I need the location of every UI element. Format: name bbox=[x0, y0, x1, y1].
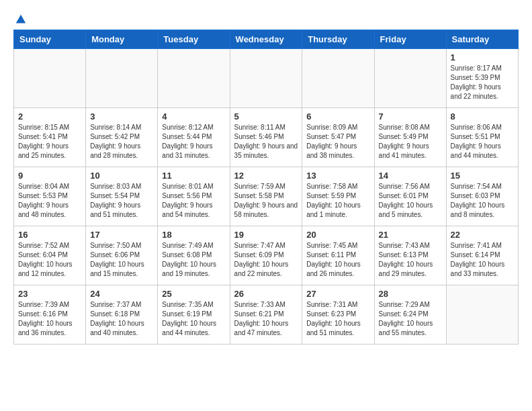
header-tuesday: Tuesday bbox=[158, 30, 230, 49]
header-thursday: Thursday bbox=[302, 30, 374, 49]
header-sunday: Sunday bbox=[14, 30, 86, 49]
day-cell: 9Sunrise: 8:04 AM Sunset: 5:53 PM Daylig… bbox=[14, 167, 86, 226]
day-cell bbox=[302, 49, 374, 108]
week-row-1: 1Sunrise: 8:17 AM Sunset: 5:39 PM Daylig… bbox=[14, 49, 519, 108]
day-info: Sunrise: 8:01 AM Sunset: 5:56 PM Dayligh… bbox=[162, 182, 225, 220]
day-cell bbox=[158, 49, 230, 108]
page-header bbox=[13, 13, 519, 23]
day-number: 8 bbox=[451, 111, 514, 122]
day-cell: 8Sunrise: 8:06 AM Sunset: 5:51 PM Daylig… bbox=[446, 108, 518, 167]
day-info: Sunrise: 7:56 AM Sunset: 6:01 PM Dayligh… bbox=[379, 182, 442, 220]
svg-marker-0 bbox=[16, 15, 26, 24]
day-cell bbox=[446, 285, 518, 345]
day-number: 13 bbox=[306, 171, 369, 181]
day-number: 21 bbox=[379, 230, 442, 240]
day-number: 19 bbox=[234, 230, 298, 240]
day-number: 23 bbox=[18, 289, 81, 299]
day-info: Sunrise: 7:33 AM Sunset: 6:21 PM Dayligh… bbox=[234, 300, 298, 338]
day-cell: 3Sunrise: 8:14 AM Sunset: 5:42 PM Daylig… bbox=[86, 108, 158, 167]
day-cell: 25Sunrise: 7:35 AM Sunset: 6:19 PM Dayli… bbox=[158, 285, 230, 345]
day-info: Sunrise: 7:52 AM Sunset: 6:04 PM Dayligh… bbox=[18, 241, 81, 279]
day-number: 1 bbox=[451, 52, 514, 62]
day-info: Sunrise: 7:39 AM Sunset: 6:16 PM Dayligh… bbox=[18, 300, 81, 338]
day-info: Sunrise: 8:04 AM Sunset: 5:53 PM Dayligh… bbox=[18, 182, 81, 220]
day-cell: 6Sunrise: 8:09 AM Sunset: 5:47 PM Daylig… bbox=[302, 108, 374, 167]
day-number: 15 bbox=[451, 171, 514, 181]
day-number: 11 bbox=[162, 171, 225, 181]
day-number: 26 bbox=[234, 289, 298, 299]
header-friday: Friday bbox=[374, 30, 446, 49]
day-cell: 1Sunrise: 8:17 AM Sunset: 5:39 PM Daylig… bbox=[446, 49, 518, 108]
day-number: 22 bbox=[451, 230, 514, 240]
week-row-3: 9Sunrise: 8:04 AM Sunset: 5:53 PM Daylig… bbox=[14, 167, 519, 226]
day-number: 20 bbox=[306, 230, 369, 240]
day-number: 9 bbox=[18, 171, 81, 181]
day-number: 5 bbox=[234, 111, 298, 122]
day-number: 7 bbox=[379, 111, 442, 122]
day-cell: 27Sunrise: 7:31 AM Sunset: 6:23 PM Dayli… bbox=[302, 285, 374, 345]
day-cell: 2Sunrise: 8:15 AM Sunset: 5:41 PM Daylig… bbox=[14, 108, 86, 167]
day-cell: 4Sunrise: 8:12 AM Sunset: 5:44 PM Daylig… bbox=[158, 108, 230, 167]
day-info: Sunrise: 8:12 AM Sunset: 5:44 PM Dayligh… bbox=[162, 123, 225, 161]
day-info: Sunrise: 7:50 AM Sunset: 6:06 PM Dayligh… bbox=[90, 241, 153, 279]
day-number: 16 bbox=[18, 230, 81, 240]
day-cell: 23Sunrise: 7:39 AM Sunset: 6:16 PM Dayli… bbox=[14, 285, 86, 345]
week-row-2: 2Sunrise: 8:15 AM Sunset: 5:41 PM Daylig… bbox=[14, 108, 519, 167]
day-cell: 24Sunrise: 7:37 AM Sunset: 6:18 PM Dayli… bbox=[86, 285, 158, 345]
day-info: Sunrise: 8:03 AM Sunset: 5:54 PM Dayligh… bbox=[90, 182, 153, 220]
day-cell: 20Sunrise: 7:45 AM Sunset: 6:11 PM Dayli… bbox=[302, 226, 374, 285]
day-info: Sunrise: 8:17 AM Sunset: 5:39 PM Dayligh… bbox=[451, 64, 514, 101]
day-info: Sunrise: 7:29 AM Sunset: 6:24 PM Dayligh… bbox=[379, 300, 442, 338]
day-number: 24 bbox=[90, 289, 153, 299]
header-wednesday: Wednesday bbox=[230, 30, 302, 49]
logo bbox=[13, 13, 27, 23]
day-info: Sunrise: 7:45 AM Sunset: 6:11 PM Dayligh… bbox=[306, 241, 369, 279]
header-monday: Monday bbox=[86, 30, 158, 49]
day-number: 12 bbox=[234, 171, 298, 181]
week-row-4: 16Sunrise: 7:52 AM Sunset: 6:04 PM Dayli… bbox=[14, 226, 519, 285]
day-number: 28 bbox=[379, 289, 442, 299]
day-cell: 16Sunrise: 7:52 AM Sunset: 6:04 PM Dayli… bbox=[14, 226, 86, 285]
day-cell bbox=[374, 49, 446, 108]
day-cell: 21Sunrise: 7:43 AM Sunset: 6:13 PM Dayli… bbox=[374, 226, 446, 285]
day-info: Sunrise: 7:47 AM Sunset: 6:09 PM Dayligh… bbox=[234, 241, 298, 279]
day-cell: 12Sunrise: 7:59 AM Sunset: 5:58 PM Dayli… bbox=[230, 167, 302, 226]
day-info: Sunrise: 7:43 AM Sunset: 6:13 PM Dayligh… bbox=[379, 241, 442, 279]
day-info: Sunrise: 7:41 AM Sunset: 6:14 PM Dayligh… bbox=[451, 241, 514, 279]
day-cell: 19Sunrise: 7:47 AM Sunset: 6:09 PM Dayli… bbox=[230, 226, 302, 285]
day-info: Sunrise: 7:59 AM Sunset: 5:58 PM Dayligh… bbox=[234, 182, 298, 220]
day-cell: 22Sunrise: 7:41 AM Sunset: 6:14 PM Dayli… bbox=[446, 226, 518, 285]
day-number: 27 bbox=[306, 289, 369, 299]
day-number: 10 bbox=[90, 171, 153, 181]
day-number: 17 bbox=[90, 230, 153, 240]
day-cell: 17Sunrise: 7:50 AM Sunset: 6:06 PM Dayli… bbox=[86, 226, 158, 285]
day-cell: 14Sunrise: 7:56 AM Sunset: 6:01 PM Dayli… bbox=[374, 167, 446, 226]
day-cell: 7Sunrise: 8:08 AM Sunset: 5:49 PM Daylig… bbox=[374, 108, 446, 167]
day-cell: 5Sunrise: 8:11 AM Sunset: 5:46 PM Daylig… bbox=[230, 108, 302, 167]
day-cell: 15Sunrise: 7:54 AM Sunset: 6:03 PM Dayli… bbox=[446, 167, 518, 226]
day-info: Sunrise: 7:54 AM Sunset: 6:03 PM Dayligh… bbox=[451, 182, 514, 220]
day-info: Sunrise: 8:06 AM Sunset: 5:51 PM Dayligh… bbox=[451, 123, 514, 161]
day-number: 6 bbox=[306, 111, 369, 122]
day-info: Sunrise: 8:11 AM Sunset: 5:46 PM Dayligh… bbox=[234, 123, 298, 161]
day-cell bbox=[230, 49, 302, 108]
day-info: Sunrise: 8:08 AM Sunset: 5:49 PM Dayligh… bbox=[379, 123, 442, 161]
day-info: Sunrise: 7:58 AM Sunset: 5:59 PM Dayligh… bbox=[306, 182, 369, 220]
day-info: Sunrise: 8:14 AM Sunset: 5:42 PM Dayligh… bbox=[90, 123, 153, 161]
day-number: 4 bbox=[162, 111, 225, 122]
day-info: Sunrise: 8:15 AM Sunset: 5:41 PM Dayligh… bbox=[18, 123, 81, 161]
day-cell bbox=[14, 49, 86, 108]
day-cell: 28Sunrise: 7:29 AM Sunset: 6:24 PM Dayli… bbox=[374, 285, 446, 345]
day-cell bbox=[86, 49, 158, 108]
day-info: Sunrise: 7:49 AM Sunset: 6:08 PM Dayligh… bbox=[162, 241, 225, 279]
day-cell: 10Sunrise: 8:03 AM Sunset: 5:54 PM Dayli… bbox=[86, 167, 158, 226]
logo-icon bbox=[15, 13, 27, 26]
day-cell: 18Sunrise: 7:49 AM Sunset: 6:08 PM Dayli… bbox=[158, 226, 230, 285]
day-number: 25 bbox=[162, 289, 225, 299]
day-info: Sunrise: 7:35 AM Sunset: 6:19 PM Dayligh… bbox=[162, 300, 225, 338]
day-cell: 26Sunrise: 7:33 AM Sunset: 6:21 PM Dayli… bbox=[230, 285, 302, 345]
day-cell: 11Sunrise: 8:01 AM Sunset: 5:56 PM Dayli… bbox=[158, 167, 230, 226]
day-info: Sunrise: 7:37 AM Sunset: 6:18 PM Dayligh… bbox=[90, 300, 153, 338]
week-row-5: 23Sunrise: 7:39 AM Sunset: 6:16 PM Dayli… bbox=[14, 285, 519, 345]
day-info: Sunrise: 8:09 AM Sunset: 5:47 PM Dayligh… bbox=[306, 123, 369, 161]
